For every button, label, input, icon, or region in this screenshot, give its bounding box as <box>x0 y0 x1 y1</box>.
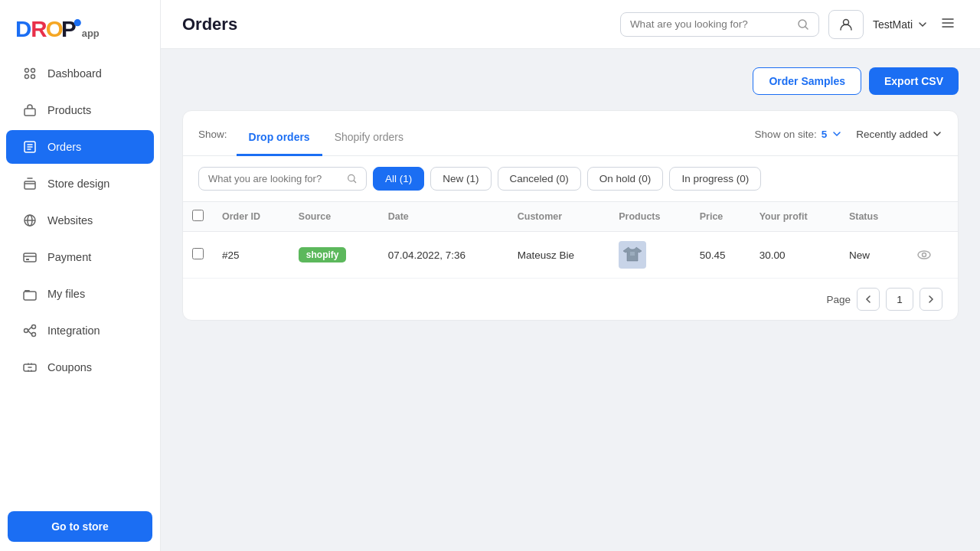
chevron-down-icon[interactable] <box>831 129 842 139</box>
row-order-id: #25 <box>213 232 289 279</box>
prev-page-button[interactable] <box>857 288 880 311</box>
svg-text:app: app <box>82 28 100 39</box>
page-label: Page <box>826 294 851 305</box>
toolbar-row: Order Samples Export CSV <box>182 67 959 95</box>
row-price: 50.45 <box>691 232 750 279</box>
svg-rect-12 <box>24 181 35 189</box>
svg-rect-16 <box>26 259 29 260</box>
orders-icon <box>21 139 38 155</box>
sidebar-item-orders[interactable]: Orders <box>6 130 154 164</box>
row-checkbox[interactable] <box>192 248 204 259</box>
recently-added-filter[interactable]: Recently added <box>856 129 942 151</box>
svg-text:D: D <box>15 16 31 41</box>
status-filter-on-hold[interactable]: On hold (0) <box>587 167 664 191</box>
svg-rect-18 <box>24 292 36 300</box>
svg-rect-15 <box>24 253 36 262</box>
global-search-bar[interactable] <box>620 12 819 37</box>
user-name-area[interactable]: TestMati <box>873 18 928 31</box>
svg-point-8 <box>25 75 29 79</box>
th-checkbox <box>183 202 213 232</box>
orders-table: Order ID Source Date Customer Products <box>183 201 958 278</box>
select-all-checkbox[interactable] <box>192 210 204 221</box>
go-to-store-button[interactable]: Go to store <box>8 511 152 542</box>
sidebar-item-integration[interactable]: Integration <box>6 314 154 347</box>
view-order-button[interactable] <box>913 244 935 266</box>
search-icon <box>797 18 809 31</box>
eye-icon <box>916 247 932 262</box>
filters-row: All (1) New (1) Canceled (0) On hold (0)… <box>183 156 958 201</box>
sidebar-item-store-design[interactable]: Store design <box>6 167 154 201</box>
svg-point-27 <box>918 251 930 259</box>
sidebar-item-products[interactable]: Products <box>6 93 154 127</box>
search-icon <box>347 173 357 184</box>
sidebar-item-my-files[interactable]: My files <box>6 277 154 311</box>
websites-icon <box>21 212 38 229</box>
sidebar-item-label: Dashboard <box>47 67 102 80</box>
status-filter-canceled[interactable]: Canceled (0) <box>498 167 581 191</box>
row-date: 07.04.2022, 7:36 <box>379 232 508 279</box>
table-row: #25 shopify 07.04.2022, 7:36 Mateusz Bie <box>183 232 958 279</box>
sidebar-item-label: My files <box>47 288 85 300</box>
status-filter-in-progress[interactable]: In progress (0) <box>669 167 761 191</box>
table-body: #25 shopify 07.04.2022, 7:36 Mateusz Bie <box>183 232 958 279</box>
svg-rect-10 <box>24 109 35 116</box>
orders-card: Show: Drop orders Shopify orders Show on… <box>182 110 959 321</box>
svg-point-21 <box>32 333 36 337</box>
store-design-icon <box>21 175 38 192</box>
user-icon-button[interactable] <box>828 10 864 39</box>
app-logo: D R O P app <box>15 14 107 44</box>
th-actions <box>904 202 958 232</box>
svg-text:P: P <box>61 16 77 41</box>
sidebar-item-label: Websites <box>47 214 93 227</box>
sidebar-bottom: Go to store <box>0 502 160 551</box>
sidebar-item-dashboard[interactable]: Dashboard <box>6 57 154 90</box>
current-page-number: 1 <box>886 288 913 311</box>
svg-point-4 <box>74 19 81 26</box>
row-products <box>609 232 690 279</box>
svg-text:R: R <box>31 16 47 41</box>
row-actions <box>904 232 958 279</box>
chevron-right-icon <box>926 295 936 304</box>
th-date: Date <box>379 202 508 232</box>
sidebar-item-websites[interactable]: Websites <box>6 204 154 237</box>
svg-point-20 <box>32 325 36 329</box>
order-search-bar[interactable] <box>198 167 367 191</box>
hamburger-menu-button[interactable] <box>937 12 959 37</box>
chevron-left-icon <box>864 295 873 304</box>
next-page-button[interactable] <box>920 288 942 311</box>
show-label: Show: <box>198 129 227 151</box>
status-filter-new[interactable]: New (1) <box>430 167 491 191</box>
svg-point-19 <box>24 329 28 333</box>
dashboard-icon <box>21 65 38 82</box>
site-filter-value[interactable]: 5 <box>822 129 828 140</box>
th-order-id: Order ID <box>213 202 289 232</box>
tab-shopify-orders[interactable]: Shopify orders <box>322 123 416 156</box>
order-search-input[interactable] <box>208 173 341 184</box>
chevron-down-icon <box>917 19 928 30</box>
payment-icon <box>21 249 38 266</box>
order-samples-button[interactable]: Order Samples <box>753 67 861 95</box>
sidebar-item-payment[interactable]: Payment <box>6 240 154 274</box>
shopify-badge: shopify <box>299 247 347 262</box>
row-profit: 30.00 <box>750 232 840 279</box>
sidebar: D R O P app Dashboard <box>0 0 161 551</box>
user-icon <box>838 17 854 32</box>
row-customer: Mateusz Bie <box>508 232 610 279</box>
main-content: Orders TestMati <box>161 0 980 551</box>
svg-point-9 <box>31 75 35 79</box>
product-thumbnail <box>619 241 646 269</box>
status-filter-all[interactable]: All (1) <box>373 167 424 191</box>
global-search-input[interactable] <box>630 18 791 30</box>
th-status: Status <box>840 202 904 232</box>
tab-drop-orders[interactable]: Drop orders <box>237 123 322 156</box>
sidebar-item-label: Payment <box>47 251 91 263</box>
svg-rect-26 <box>630 252 635 256</box>
products-icon <box>21 102 38 119</box>
user-name-label: TestMati <box>873 18 913 31</box>
sidebar-item-label: Coupons <box>47 361 92 373</box>
export-csv-button[interactable]: Export CSV <box>869 67 959 95</box>
sidebar-item-coupons[interactable]: Coupons <box>6 350 154 384</box>
th-price: Price <box>691 202 750 232</box>
th-products: Products <box>609 202 690 232</box>
sidebar-item-label: Orders <box>47 141 81 153</box>
